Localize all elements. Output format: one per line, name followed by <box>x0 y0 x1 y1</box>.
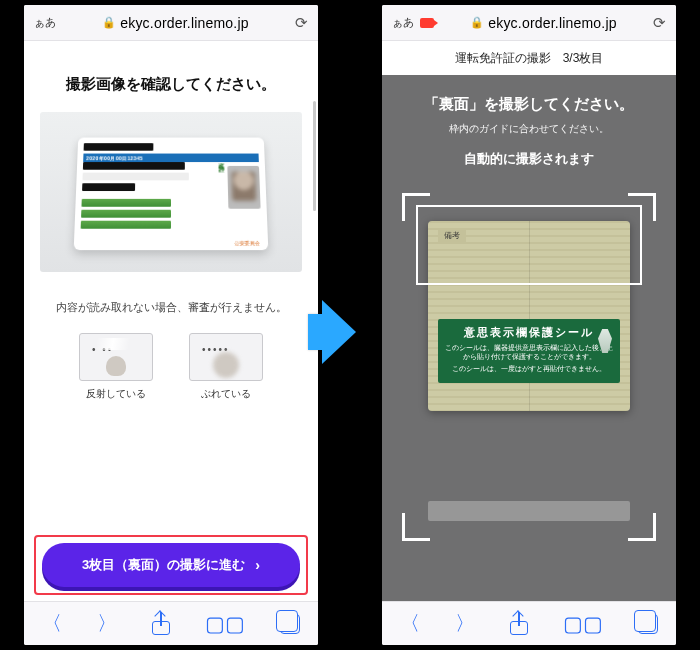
address-bar: ぁあ 🔒 ekyc.order.linemo.jp ⟳ <box>24 5 318 41</box>
step-count: 3/3枚目 <box>563 50 604 67</box>
bookmarks-icon[interactable]: ▢▢ <box>205 612 245 636</box>
proceed-label: 3枚目（裏面）の撮影に進む <box>82 556 245 574</box>
scroll-indicator <box>313 101 316 211</box>
confirm-heading: 撮影画像を確認してください。 <box>40 41 302 112</box>
alignment-guide <box>416 205 642 285</box>
camera-sub: 枠内のガイドに合わせてください。 <box>382 122 676 136</box>
camera-auto-note: 自動的に撮影されます <box>382 150 676 168</box>
camera-screen: 運転免許証の撮影 3/3枚目 「裏面」を撮影してください。 枠内のガイドに合わせ… <box>382 41 676 601</box>
camera-viewfinder: 「裏面」を撮影してください。 枠内のガイドに合わせてください。 自動的に撮影され… <box>382 75 676 601</box>
address-bar: ぁあ 🔒 ekyc.order.linemo.jp ⟳ <box>382 5 676 41</box>
url-display[interactable]: 🔒 ekyc.order.linemo.jp <box>440 15 647 31</box>
url-text: ekyc.order.linemo.jp <box>120 15 249 31</box>
phone-left: ぁあ 🔒 ekyc.order.linemo.jp ⟳ 撮影画像を確認してくださ… <box>24 5 318 645</box>
example-blur: ••••• ぶれている <box>189 333 263 401</box>
reader-button[interactable]: ぁあ <box>34 15 56 30</box>
reload-icon[interactable]: ⟳ <box>653 14 666 32</box>
safari-toolbar: 〈 〉 ▢▢ <box>382 601 676 645</box>
reload-icon[interactable]: ⟳ <box>295 14 308 32</box>
safari-toolbar: 〈 〉 ▢▢ <box>24 601 318 645</box>
reader-button[interactable]: ぁあ <box>392 15 414 30</box>
ghost-overlay <box>428 501 630 521</box>
share-icon[interactable] <box>510 613 528 635</box>
forward-icon[interactable]: 〉 <box>455 610 475 637</box>
confirm-screen: 撮影画像を確認してください。 2020年00月00日12345 運転免許証 公安… <box>24 41 318 601</box>
tabs-icon[interactable] <box>280 614 300 634</box>
captured-photo: 2020年00月00日12345 運転免許証 公安委員会 <box>40 112 302 272</box>
proceed-button[interactable]: 3枚目（裏面）の撮影に進む › <box>42 543 300 587</box>
seal-title: 意思表示欄保護シール <box>444 325 614 340</box>
warning-note: 内容が読み取れない場合、審査が行えません。 <box>40 300 302 315</box>
bookmarks-icon[interactable]: ▢▢ <box>563 612 603 636</box>
frame-corner-icon <box>402 513 430 541</box>
back-icon[interactable]: 〈 <box>400 610 420 637</box>
license-stamp: 公安委員会 <box>234 239 260 245</box>
seal-line1: このシールは、臓器提供意思表示欄に記入した後、上から貼り付けて保護することができ… <box>444 344 614 362</box>
chevron-right-icon: › <box>255 557 260 573</box>
license-side-label: 運転免許証 <box>216 158 225 163</box>
lock-icon: 🔒 <box>102 16 116 29</box>
seal-line2: このシールは、一度はがすと再貼付できません。 <box>444 365 614 374</box>
frame-corner-icon <box>628 513 656 541</box>
license-photo-blur <box>231 171 256 200</box>
cta-highlight: 3枚目（裏面）の撮影に進む › <box>34 535 308 595</box>
frame-corner-icon <box>402 193 430 221</box>
donor-seal: 意思表示欄保護シール このシールは、臓器提供意思表示欄に記入した後、上から貼り付… <box>438 319 620 383</box>
forward-icon[interactable]: 〉 <box>97 610 117 637</box>
camera-heading: 「裏面」を撮影してください。 <box>382 75 676 122</box>
lock-icon: 🔒 <box>470 16 484 29</box>
camera-frame: 備考 意思表示欄保護シール このシールは、臓器提供意思表示欄に記入した後、上から… <box>402 193 656 541</box>
example-glare: • •• 反射している <box>79 333 153 401</box>
step-header: 運転免許証の撮影 3/3枚目 <box>382 41 676 75</box>
phone-right: ぁあ 🔒 ekyc.order.linemo.jp ⟳ 運転免許証の撮影 3/3… <box>382 5 676 645</box>
share-icon[interactable] <box>152 613 170 635</box>
tabs-icon[interactable] <box>638 614 658 634</box>
bad-examples: • •• 反射している ••••• ぶれている <box>40 333 302 401</box>
back-icon[interactable]: 〈 <box>42 610 62 637</box>
recording-indicator-icon <box>420 18 434 28</box>
url-display[interactable]: 🔒 ekyc.order.linemo.jp <box>62 15 289 31</box>
step-label: 運転免許証の撮影 <box>455 50 551 67</box>
license-number: 2020年00月00日12345 <box>83 153 259 162</box>
url-text: ekyc.order.linemo.jp <box>488 15 617 31</box>
transition-arrow-icon <box>322 300 356 364</box>
frame-corner-icon <box>628 193 656 221</box>
license-front: 2020年00月00日12345 運転免許証 公安委員会 <box>74 137 269 250</box>
